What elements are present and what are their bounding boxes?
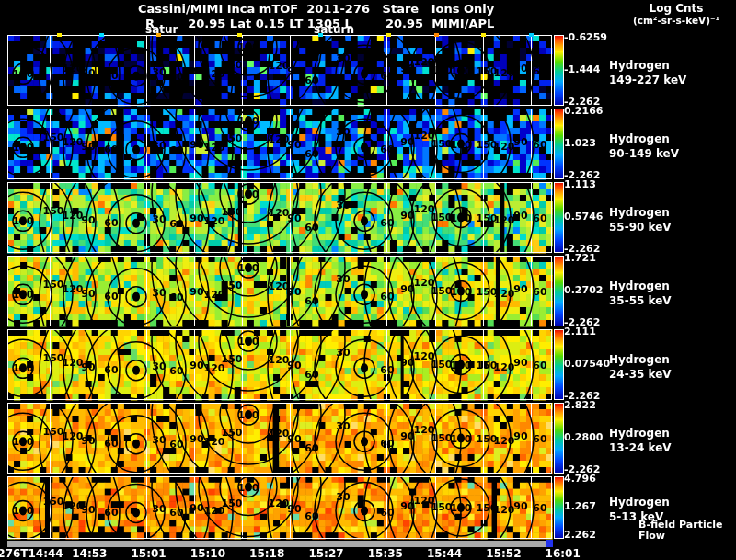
annotation-satur: satur (145, 24, 178, 36)
time-tick-label: 276T14:44 (0, 548, 63, 560)
panel-energy-label: 90-149 keV (609, 148, 679, 160)
colorbar-scale-top: -0.6259 (564, 32, 607, 43)
colorbar-scale-mid: 0.5746 (564, 211, 603, 223)
colorbar-scale-top: 1.113 (564, 179, 596, 190)
colorbar-legend-units: (cm²-sr-s-keV)⁻¹ (618, 16, 734, 27)
colorbar-scale-mid: 1.023 (564, 138, 596, 149)
time-tick-label: 15:44 (427, 548, 462, 560)
panel-energy-label: 13-24 keV (609, 442, 672, 454)
colorbar-legend-title: Log Cnts (618, 3, 734, 15)
colorbar-scale-mid: 0.2702 (564, 285, 603, 296)
colorbar-scale-top: 1.721 (564, 253, 596, 264)
panel-energy-label: 24-35 keV (609, 369, 672, 381)
time-tick-label: 15:35 (368, 548, 403, 560)
figure-title: Cassini/MIMI Inca mTOF 2011-276 Stare Io… (138, 3, 494, 16)
panel-energy-label: 149-227 keV (609, 74, 686, 86)
annotation-saturn: saturn (314, 24, 354, 36)
colorbar-scale-top: 4.796 (564, 474, 596, 485)
time-tick-label: 15:52 (486, 548, 521, 560)
colorbar-scale-mid: 1.267 (564, 501, 596, 512)
spectrogram-figure: Cassini/MIMI Inca mTOF 2011-276 Stare Io… (0, 0, 736, 560)
panel-species-label: Hydrogen (609, 497, 670, 509)
time-tick-label: 15:10 (190, 548, 225, 560)
colorbar-scale-mid: -1.444 (564, 64, 600, 75)
time-tick-label: 15:01 (131, 548, 166, 560)
panel-energy-label: 55-90 keV (609, 222, 672, 234)
time-tick-label: 16:01 (546, 548, 581, 560)
panel-species-label: Hydrogen (609, 280, 670, 292)
colorbar-scale-top: 2.822 (564, 400, 596, 411)
panel-species-label: Hydrogen (609, 60, 670, 72)
panel-energy-label: 5-13 keV (609, 511, 663, 523)
time-tick-label: 15:18 (249, 548, 284, 560)
time-tick-label: 14:53 (72, 548, 107, 560)
colorbar-scale-top: 0.2166 (564, 106, 603, 117)
colorbar-scale-bottom: 2.262 (564, 530, 596, 541)
panel-energy-label: 35-55 keV (609, 295, 672, 307)
colorbar-scale-mid: 0.07540 (564, 359, 610, 370)
panel-species-label: Hydrogen (609, 133, 670, 145)
panel-species-label: Hydrogen (609, 207, 670, 219)
colorbar-scale-mid: 0.2800 (564, 432, 603, 443)
panel-species-label: Hydrogen (609, 428, 670, 440)
time-tick-label: 15:27 (308, 548, 343, 560)
panel-species-label: Hydrogen (609, 354, 670, 366)
colorbar-legend: Log Cnts (cm²-sr-s-keV)⁻¹ (618, 3, 734, 27)
colorbar-scale-top: 2.111 (564, 326, 596, 337)
